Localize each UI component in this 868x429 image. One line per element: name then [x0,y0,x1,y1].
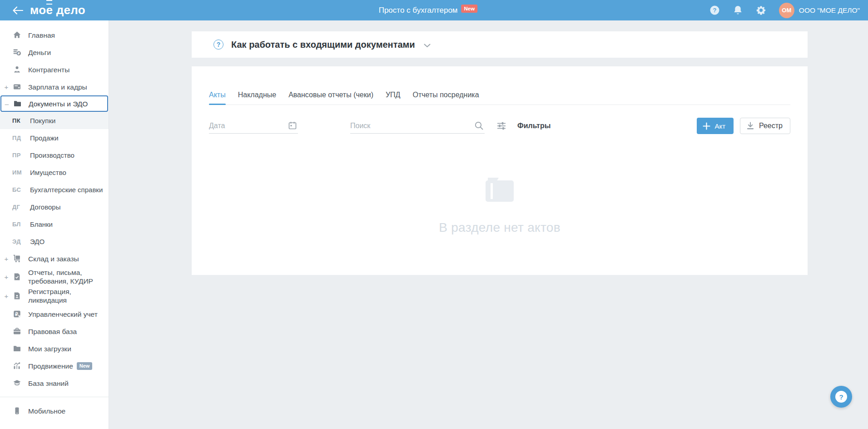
management-ruble-icon: ₽ [12,309,21,319]
question-circle-icon: ? [213,40,223,50]
empty-message: В разделе нет актов [439,220,560,235]
filter-toolbar: Фильтры Акт Реестр [209,117,790,135]
svg-text:?: ? [713,7,717,14]
header-left: мое дело [0,3,85,17]
back-arrow-icon[interactable] [12,5,24,16]
sidebar-item-label: База знаний [28,379,69,388]
download-icon [746,122,754,130]
sidebar-item-label: Деньги [28,48,51,57]
sidebar-item-management[interactable]: ₽Управленческий учет [0,305,109,323]
help-icon[interactable]: ? [709,5,720,16]
sidebar-item-knowledge[interactable]: База знаний [0,374,109,392]
help-icon: ? [835,391,847,403]
sidebar-item-money[interactable]: ₽Деньги [0,44,109,61]
subitem-label: Договоры [30,203,60,211]
sidebar-item-registration[interactable]: +Регистрация, ликвидация [0,286,109,305]
calendar-icon[interactable] [288,121,297,132]
tab-акты[interactable]: Акты [209,91,226,105]
promotion-chart-icon [12,361,21,370]
briefcase-icon [12,327,21,336]
sidebar-subitem-purchases[interactable]: ПКПокупки [0,112,109,129]
subitem-code: ПР [12,152,24,159]
sidebar-item-label: Управленческий учет [28,310,98,319]
sidebar-subitem-blanks[interactable]: БЛБланки [0,215,109,233]
main-content: ? Как работать с входящими документами А… [109,20,868,429]
subitem-code: ПД [12,135,24,141]
tab-авансовые-отчеты-чеки-[interactable]: Авансовые отчеты (чеки) [288,91,373,105]
sidebar-item-mobile[interactable]: Мобильное [0,402,109,419]
subitem-label: Бухгалтерские справки [30,186,103,194]
chevron-down-icon[interactable] [424,41,431,50]
search-input[interactable] [350,122,485,130]
sidebar-item-downloads[interactable]: Мои загрузки [0,340,109,357]
folder-icon [13,99,22,108]
sidebar-item-label: Документы и ЭДО [29,100,88,108]
sidebar-item-label: Главная [28,31,55,40]
tab-bar: АктыНакладныеАвансовые отчеты (чеки)УПДО… [209,66,790,105]
registry-button[interactable]: Реестр [740,118,790,134]
sidebar-item-legal[interactable]: Правовая база [0,323,109,340]
sidebar-item-contractors[interactable]: Контрагенты [0,61,109,78]
search-field [350,118,485,134]
tab-упд[interactable]: УПД [386,91,401,105]
tab-отчеты-посредника[interactable]: Отчеты посредника [412,91,479,105]
app-logo[interactable]: мое дело [30,3,85,17]
logo-e: е [46,3,53,17]
floating-help-button[interactable]: ? [830,386,852,408]
top-header: мое дело Просто с бухгалтером New ? ОМ О… [0,0,868,20]
empty-state: В разделе нет актов [192,177,808,235]
subitem-label: ЭДО [30,238,45,245]
sidebar-item-label: Отчеты, письма, требования, КУДИР [28,268,100,285]
sidebar-subitem-sales[interactable]: ПДПродажи [0,129,109,146]
home-icon [12,30,21,40]
subitem-label: Бланки [30,220,53,228]
filter-sliders-icon[interactable] [496,121,506,130]
sidebar-item-home[interactable]: Главная [0,26,109,44]
sidebar-item-label: Мобильное [28,407,65,415]
sidebar-subitem-edo[interactable]: ЭДЭДО [0,233,109,250]
sidebar-subitem-contracts[interactable]: ДГДоговоры [0,198,109,215]
gear-icon[interactable] [756,5,767,16]
plus-icon [703,122,710,130]
avatar[interactable]: ОМ [779,3,794,18]
company-name[interactable]: ООО "МОЕ ДЕЛО" [799,6,860,15]
logo-suffix: дело [56,3,85,17]
expand-plus-icon[interactable]: + [3,83,10,91]
subitem-label: Производство [30,151,74,159]
sidebar-item-label: Контрагенты [28,65,69,74]
sidebar-subitem-acc-certs[interactable]: БСБухгалтерские справки [0,181,109,198]
sidebar-item-documents[interactable]: –Документы и ЭДО [0,95,108,112]
header-tagline: Просто с бухгалтером [379,5,458,16]
date-input[interactable] [209,122,298,130]
expand-plus-icon[interactable]: + [3,255,10,263]
svg-text:₽: ₽ [15,312,18,317]
add-act-button[interactable]: Акт [697,118,734,134]
sidebar-item-reports[interactable]: +Отчеты, письма, требования, КУДИР [0,267,109,286]
sidebar-item-label: Регистрация, ликвидация [28,287,100,304]
subitem-label: Имущество [30,169,66,176]
filters-label[interactable]: Фильтры [517,122,551,130]
sidebar-subitem-production[interactable]: ПРПроизводство [0,146,109,164]
logo-prefix: мо [30,3,46,17]
sidebar: Главная₽ДеньгиКонтрагенты+Зарплата и кад… [0,20,109,429]
sidebar-item-warehouse[interactable]: +Склад и заказы [0,250,109,267]
subitem-label: Покупки [30,117,55,125]
header-tagline-wrap: Просто с бухгалтером New [379,5,477,16]
subitem-code: ИМ [12,169,24,176]
cart-icon [12,254,21,263]
collapse-minus-icon[interactable]: – [3,100,10,108]
subitem-code: ДГ [12,204,24,210]
sidebar-item-promotion[interactable]: ПродвижениеNew [0,357,109,374]
tab-накладные[interactable]: Накладные [238,91,276,105]
sidebar-item-label: Склад и заказы [28,254,79,263]
report-doc-icon [12,272,21,281]
sidebar-item-salary[interactable]: +Зарплата и кадры [0,78,109,95]
expand-plus-icon[interactable]: + [3,292,10,300]
help-banner[interactable]: ? Как работать с входящими документами [192,31,808,58]
expand-plus-icon[interactable]: + [3,273,10,281]
sidebar-subitem-property[interactable]: ИМИмущество [0,164,109,181]
bell-icon[interactable] [733,5,744,16]
add-act-label: Акт [714,122,725,130]
search-icon[interactable] [474,121,484,132]
registration-doc-icon [12,291,21,300]
